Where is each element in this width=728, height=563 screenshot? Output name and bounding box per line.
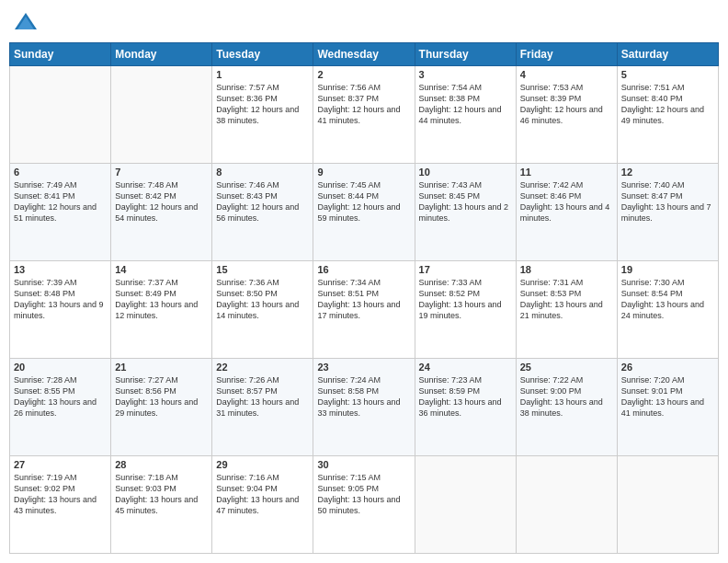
- day-number: 16: [317, 264, 410, 275]
- calendar-cell: [516, 456, 617, 554]
- col-header-sunday: Sunday: [10, 43, 111, 66]
- calendar-cell: 26Sunrise: 7:20 AMSunset: 9:01 PMDayligh…: [617, 359, 718, 456]
- calendar-cell: 11Sunrise: 7:42 AMSunset: 8:46 PMDayligh…: [516, 164, 617, 261]
- day-number: 9: [317, 167, 410, 178]
- cell-info: Sunrise: 7:57 AMSunset: 8:36 PMDaylight:…: [216, 82, 309, 127]
- logo: [13, 9, 40, 35]
- calendar-cell: 15Sunrise: 7:36 AMSunset: 8:50 PMDayligh…: [212, 261, 313, 359]
- calendar-cell: 7Sunrise: 7:48 AMSunset: 8:42 PMDaylight…: [111, 164, 212, 261]
- week-row-3: 13Sunrise: 7:39 AMSunset: 8:48 PMDayligh…: [10, 261, 719, 359]
- calendar-cell: [10, 66, 111, 164]
- calendar-cell: 18Sunrise: 7:31 AMSunset: 8:53 PMDayligh…: [516, 261, 617, 359]
- day-number: 15: [216, 264, 309, 275]
- calendar-cell: 14Sunrise: 7:37 AMSunset: 8:49 PMDayligh…: [111, 261, 212, 359]
- calendar-cell: 13Sunrise: 7:39 AMSunset: 8:48 PMDayligh…: [10, 261, 111, 359]
- cell-info: Sunrise: 7:15 AMSunset: 9:05 PMDaylight:…: [317, 472, 410, 517]
- day-number: 29: [216, 459, 309, 470]
- cell-info: Sunrise: 7:37 AMSunset: 8:49 PMDaylight:…: [115, 277, 208, 322]
- cell-info: Sunrise: 7:22 AMSunset: 9:00 PMDaylight:…: [520, 374, 613, 419]
- day-number: 10: [419, 167, 512, 178]
- day-number: 21: [115, 362, 208, 373]
- week-row-4: 20Sunrise: 7:28 AMSunset: 8:55 PMDayligh…: [10, 359, 719, 456]
- col-header-monday: Monday: [111, 43, 212, 66]
- cell-info: Sunrise: 7:42 AMSunset: 8:46 PMDaylight:…: [520, 179, 613, 224]
- cell-info: Sunrise: 7:34 AMSunset: 8:51 PMDaylight:…: [317, 277, 410, 322]
- cell-info: Sunrise: 7:28 AMSunset: 8:55 PMDaylight:…: [14, 374, 107, 419]
- cell-info: Sunrise: 7:49 AMSunset: 8:41 PMDaylight:…: [14, 179, 107, 224]
- header-row: SundayMondayTuesdayWednesdayThursdayFrid…: [10, 43, 719, 66]
- cell-info: Sunrise: 7:53 AMSunset: 8:39 PMDaylight:…: [520, 82, 613, 127]
- day-number: 23: [317, 362, 410, 373]
- calendar-cell: 17Sunrise: 7:33 AMSunset: 8:52 PMDayligh…: [415, 261, 516, 359]
- day-number: 28: [115, 459, 208, 470]
- day-number: 19: [621, 264, 714, 275]
- day-number: 26: [621, 362, 714, 373]
- week-row-2: 6Sunrise: 7:49 AMSunset: 8:41 PMDaylight…: [10, 164, 719, 261]
- logo-icon: [13, 9, 39, 35]
- calendar-cell: 20Sunrise: 7:28 AMSunset: 8:55 PMDayligh…: [10, 359, 111, 456]
- col-header-friday: Friday: [516, 43, 617, 66]
- week-row-5: 27Sunrise: 7:19 AMSunset: 9:02 PMDayligh…: [10, 456, 719, 554]
- day-number: 22: [216, 362, 309, 373]
- calendar-cell: 29Sunrise: 7:16 AMSunset: 9:04 PMDayligh…: [212, 456, 313, 554]
- calendar-cell: 23Sunrise: 7:24 AMSunset: 8:58 PMDayligh…: [313, 359, 415, 456]
- calendar-cell: [111, 66, 212, 164]
- calendar-cell: 6Sunrise: 7:49 AMSunset: 8:41 PMDaylight…: [10, 164, 111, 261]
- cell-info: Sunrise: 7:45 AMSunset: 8:44 PMDaylight:…: [317, 179, 410, 224]
- cell-info: Sunrise: 7:33 AMSunset: 8:52 PMDaylight:…: [419, 277, 512, 322]
- cell-info: Sunrise: 7:26 AMSunset: 8:57 PMDaylight:…: [216, 374, 309, 419]
- calendar-cell: 21Sunrise: 7:27 AMSunset: 8:56 PMDayligh…: [111, 359, 212, 456]
- cell-info: Sunrise: 7:56 AMSunset: 8:37 PMDaylight:…: [317, 82, 410, 127]
- calendar-cell: 1Sunrise: 7:57 AMSunset: 8:36 PMDaylight…: [212, 66, 313, 164]
- calendar-cell: 8Sunrise: 7:46 AMSunset: 8:43 PMDaylight…: [212, 164, 313, 261]
- day-number: 14: [115, 264, 208, 275]
- week-row-1: 1Sunrise: 7:57 AMSunset: 8:36 PMDaylight…: [10, 66, 719, 164]
- calendar-cell: 27Sunrise: 7:19 AMSunset: 9:02 PMDayligh…: [10, 456, 111, 554]
- day-number: 18: [520, 264, 613, 275]
- cell-info: Sunrise: 7:20 AMSunset: 9:01 PMDaylight:…: [621, 374, 714, 419]
- calendar-cell: [415, 456, 516, 554]
- day-number: 30: [317, 459, 410, 470]
- cell-info: Sunrise: 7:24 AMSunset: 8:58 PMDaylight:…: [317, 374, 410, 419]
- day-number: 8: [216, 167, 309, 178]
- calendar-cell: 12Sunrise: 7:40 AMSunset: 8:47 PMDayligh…: [617, 164, 718, 261]
- cell-info: Sunrise: 7:54 AMSunset: 8:38 PMDaylight:…: [419, 82, 512, 127]
- cell-info: Sunrise: 7:19 AMSunset: 9:02 PMDaylight:…: [14, 472, 107, 517]
- calendar-table: SundayMondayTuesdayWednesdayThursdayFrid…: [9, 42, 719, 554]
- cell-info: Sunrise: 7:40 AMSunset: 8:47 PMDaylight:…: [621, 179, 714, 224]
- calendar-cell: 10Sunrise: 7:43 AMSunset: 8:45 PMDayligh…: [415, 164, 516, 261]
- cell-info: Sunrise: 7:48 AMSunset: 8:42 PMDaylight:…: [115, 179, 208, 224]
- day-number: 13: [14, 264, 107, 275]
- cell-info: Sunrise: 7:23 AMSunset: 8:59 PMDaylight:…: [419, 374, 512, 419]
- calendar-cell: [617, 456, 718, 554]
- calendar-cell: 4Sunrise: 7:53 AMSunset: 8:39 PMDaylight…: [516, 66, 617, 164]
- calendar-cell: 16Sunrise: 7:34 AMSunset: 8:51 PMDayligh…: [313, 261, 415, 359]
- cell-info: Sunrise: 7:39 AMSunset: 8:48 PMDaylight:…: [14, 277, 107, 322]
- cell-info: Sunrise: 7:36 AMSunset: 8:50 PMDaylight:…: [216, 277, 309, 322]
- cell-info: Sunrise: 7:51 AMSunset: 8:40 PMDaylight:…: [621, 82, 714, 127]
- calendar-cell: 2Sunrise: 7:56 AMSunset: 8:37 PMDaylight…: [313, 66, 415, 164]
- calendar-cell: 24Sunrise: 7:23 AMSunset: 8:59 PMDayligh…: [415, 359, 516, 456]
- day-number: 27: [14, 459, 107, 470]
- cell-info: Sunrise: 7:30 AMSunset: 8:54 PMDaylight:…: [621, 277, 714, 322]
- col-header-wednesday: Wednesday: [313, 43, 415, 66]
- day-number: 6: [14, 167, 107, 178]
- cell-info: Sunrise: 7:27 AMSunset: 8:56 PMDaylight:…: [115, 374, 208, 419]
- cell-info: Sunrise: 7:18 AMSunset: 9:03 PMDaylight:…: [115, 472, 208, 517]
- day-number: 4: [520, 69, 613, 80]
- cell-info: Sunrise: 7:46 AMSunset: 8:43 PMDaylight:…: [216, 179, 309, 224]
- calendar-cell: 28Sunrise: 7:18 AMSunset: 9:03 PMDayligh…: [111, 456, 212, 554]
- col-header-tuesday: Tuesday: [212, 43, 313, 66]
- calendar-cell: 22Sunrise: 7:26 AMSunset: 8:57 PMDayligh…: [212, 359, 313, 456]
- day-number: 25: [520, 362, 613, 373]
- col-header-thursday: Thursday: [415, 43, 516, 66]
- calendar-cell: 9Sunrise: 7:45 AMSunset: 8:44 PMDaylight…: [313, 164, 415, 261]
- day-number: 7: [115, 167, 208, 178]
- page: SundayMondayTuesdayWednesdayThursdayFrid…: [0, 0, 728, 563]
- col-header-saturday: Saturday: [617, 43, 718, 66]
- day-number: 1: [216, 69, 309, 80]
- day-number: 20: [14, 362, 107, 373]
- cell-info: Sunrise: 7:43 AMSunset: 8:45 PMDaylight:…: [419, 179, 512, 224]
- header: [9, 9, 719, 35]
- calendar-cell: 3Sunrise: 7:54 AMSunset: 8:38 PMDaylight…: [415, 66, 516, 164]
